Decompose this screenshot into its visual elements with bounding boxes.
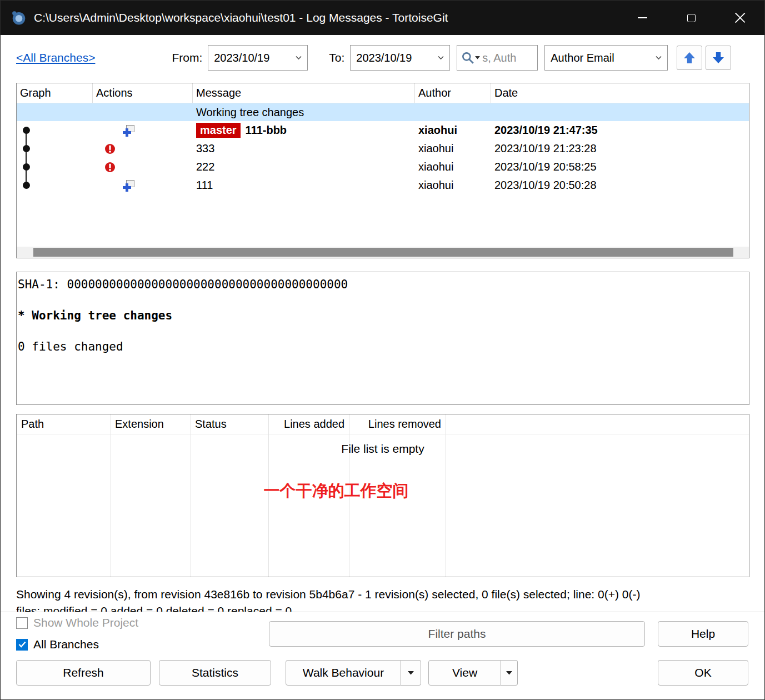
column-header-status[interactable]: Status bbox=[191, 414, 268, 434]
to-date-combobox[interactable]: 2023/10/19 bbox=[350, 45, 450, 71]
log-row-commit[interactable]: 333 xiaohui 2023/10/19 21:23:28 bbox=[17, 139, 749, 158]
titlebar: C:\Users\Admin\Desktop\workspace\xiaohui… bbox=[1, 1, 764, 35]
view-split-button: View bbox=[428, 660, 518, 686]
revision-list: Graph Actions Message Author Date Workin… bbox=[16, 83, 749, 258]
log-row-commit[interactable]: master 111-bbb xiaohui 2023/10/19 21:47:… bbox=[17, 121, 749, 139]
maximize-icon bbox=[687, 14, 696, 22]
search-icon bbox=[461, 51, 475, 65]
row-message: 333 bbox=[193, 139, 415, 158]
close-icon bbox=[734, 12, 746, 23]
branch-badge-master: master bbox=[196, 123, 241, 138]
file-added-icon bbox=[123, 124, 135, 137]
revision-list-header: Graph Actions Message Author Date bbox=[17, 83, 749, 103]
commit-message-panel[interactable]: SHA-1: 000000000000000000000000000000000… bbox=[16, 272, 749, 405]
minimize-button[interactable] bbox=[618, 1, 667, 35]
tortoisegit-app-icon[interactable] bbox=[11, 9, 27, 26]
log-row-commit[interactable]: 111 xiaohui 2023/10/19 20:50:28 bbox=[17, 176, 749, 194]
to-date-value: 2023/10/19 bbox=[356, 52, 412, 64]
filter-field-value: Author Email bbox=[551, 52, 614, 64]
graph-commit-dot bbox=[23, 127, 30, 134]
filter-paths-button[interactable]: Filter paths bbox=[269, 621, 645, 647]
show-whole-project-checkbox[interactable]: Show Whole Project bbox=[16, 616, 138, 629]
maximize-button[interactable] bbox=[667, 1, 716, 35]
scrollbar-thumb[interactable] bbox=[33, 248, 733, 257]
row-message: 111 bbox=[193, 176, 415, 194]
horizontal-scrollbar[interactable] bbox=[17, 247, 749, 258]
graph-commit-dot bbox=[23, 145, 30, 152]
revision-list-body: Working tree changes bbox=[17, 103, 749, 247]
file-list-empty-text: File list is empty bbox=[17, 442, 749, 456]
from-date-combobox[interactable]: 2023/10/19 bbox=[208, 45, 308, 71]
column-header-lines-removed[interactable]: Lines removed bbox=[349, 414, 446, 434]
walk-behaviour-dropdown-button[interactable] bbox=[401, 660, 421, 686]
row-author: xiaohui bbox=[415, 158, 491, 176]
column-header-graph[interactable]: Graph bbox=[17, 83, 93, 103]
search-hint-text: s, Auth bbox=[482, 52, 516, 64]
statistics-button[interactable]: Statistics bbox=[159, 660, 271, 686]
column-header-extension[interactable]: Extension bbox=[111, 414, 191, 434]
show-whole-project-label: Show Whole Project bbox=[33, 616, 138, 629]
navigate-up-button[interactable] bbox=[677, 46, 702, 70]
dropdown-arrow-icon bbox=[506, 671, 512, 675]
file-list-header: Path Extension Status Lines added Lines … bbox=[17, 414, 749, 434]
commit-stat-line: 0 files changed bbox=[18, 339, 748, 354]
file-modified-icon bbox=[104, 143, 116, 154]
walk-behaviour-split-button: Walk Behaviour bbox=[286, 660, 421, 686]
row-author: xiaohui bbox=[415, 139, 491, 158]
all-branches-checkbox[interactable]: All Branches bbox=[16, 638, 99, 651]
row-author: xiaohui bbox=[415, 121, 491, 139]
search-options-arrow-icon[interactable] bbox=[475, 56, 480, 59]
column-header-date[interactable]: Date bbox=[491, 83, 749, 103]
row-message: 111-bbb bbox=[246, 124, 287, 137]
row-date bbox=[491, 103, 749, 121]
minimize-icon bbox=[638, 17, 647, 18]
filter-field-combobox[interactable]: Author Email bbox=[544, 45, 668, 71]
log-search-input[interactable]: s, Auth bbox=[457, 45, 538, 71]
status-summary: Showing 4 revision(s), from revision 43e… bbox=[16, 586, 749, 613]
footer: Show Whole Project All Branches Filter p… bbox=[1, 612, 764, 699]
commit-sha-line: SHA-1: 000000000000000000000000000000000… bbox=[18, 277, 748, 292]
arrow-up-icon bbox=[683, 51, 696, 64]
chevron-down-icon bbox=[656, 56, 662, 60]
column-header-actions[interactable]: Actions bbox=[93, 83, 193, 103]
chevron-down-icon bbox=[296, 56, 302, 60]
clean-workspace-annotation: 一个干净的工作空间 bbox=[17, 480, 749, 502]
row-date: 2023/10/19 21:47:35 bbox=[491, 121, 749, 139]
row-author: xiaohui bbox=[415, 176, 491, 194]
to-label: To: bbox=[329, 51, 344, 64]
navigate-down-button[interactable] bbox=[706, 46, 731, 70]
ok-button[interactable]: OK bbox=[658, 660, 748, 686]
row-date: 2023/10/19 20:58:25 bbox=[491, 158, 749, 176]
file-modified-icon bbox=[104, 162, 116, 173]
row-date: 2023/10/19 21:23:28 bbox=[491, 139, 749, 158]
checkbox-checked-icon[interactable] bbox=[16, 639, 28, 651]
arrow-down-icon bbox=[712, 51, 725, 64]
from-date-value: 2023/10/19 bbox=[214, 52, 269, 64]
column-header-message[interactable]: Message bbox=[193, 83, 415, 103]
all-branches-link[interactable]: <All Branches> bbox=[16, 51, 95, 64]
walk-behaviour-button[interactable]: Walk Behaviour bbox=[286, 660, 401, 686]
row-message: Working tree changes bbox=[193, 103, 415, 121]
view-dropdown-button[interactable] bbox=[501, 660, 518, 686]
row-date: 2023/10/19 20:50:28 bbox=[491, 176, 749, 194]
file-list: Path Extension Status Lines added Lines … bbox=[16, 414, 749, 577]
refresh-button[interactable]: Refresh bbox=[16, 660, 151, 686]
column-header-author[interactable]: Author bbox=[415, 83, 491, 103]
commit-subject-line: * Working tree changes bbox=[18, 308, 748, 323]
log-row-working-tree[interactable]: Working tree changes bbox=[17, 103, 749, 121]
row-author bbox=[415, 103, 491, 121]
status-line-1: Showing 4 revision(s), from revision 43e… bbox=[16, 586, 749, 603]
row-message: 222 bbox=[193, 158, 415, 176]
window-controls bbox=[618, 1, 764, 35]
log-row-commit[interactable]: 222 xiaohui 2023/10/19 20:58:25 bbox=[17, 158, 749, 176]
help-button[interactable]: Help bbox=[658, 621, 748, 647]
toolbar: <All Branches> From: 2023/10/19 To: 2023… bbox=[16, 44, 749, 72]
column-header-path[interactable]: Path bbox=[17, 414, 111, 434]
log-messages-window: C:\Users\Admin\Desktop\workspace\xiaohui… bbox=[0, 0, 765, 700]
column-header-lines-added[interactable]: Lines added bbox=[268, 414, 349, 434]
checkbox-unchecked-icon[interactable] bbox=[16, 617, 28, 629]
view-button[interactable]: View bbox=[428, 660, 501, 686]
dropdown-arrow-icon bbox=[408, 671, 414, 675]
close-button[interactable] bbox=[716, 1, 764, 35]
file-added-icon bbox=[123, 179, 135, 192]
